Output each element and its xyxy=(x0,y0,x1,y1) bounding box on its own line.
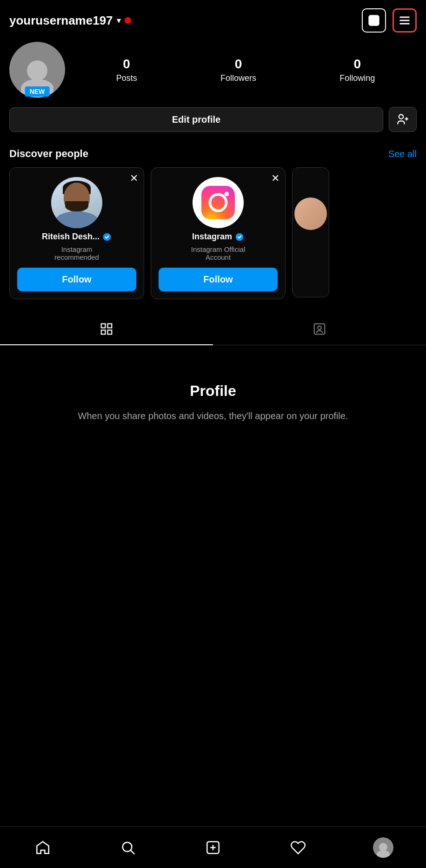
people-cards-row: ✕ Riteish Desh... Instagram recommended … xyxy=(0,167,426,313)
discover-header: Discover people See all xyxy=(0,143,426,167)
posts-count: 0 xyxy=(123,57,130,72)
posts-label: Posts xyxy=(116,73,137,83)
person-card-partial xyxy=(292,167,329,297)
following-label: Following xyxy=(339,73,375,83)
nav-avatar-body xyxy=(377,850,390,858)
profile-section: NEW 0 Posts 0 Followers 0 Following xyxy=(0,37,426,107)
riteish-suit xyxy=(56,211,98,228)
top-header: yourusername197 ▾ xyxy=(0,0,426,37)
svg-rect-16 xyxy=(101,330,106,335)
riteish-name: Riteish Desh... xyxy=(42,232,100,242)
svg-rect-18 xyxy=(314,324,325,335)
following-stat[interactable]: 0 Following xyxy=(339,57,375,83)
instagram-logo-icon xyxy=(200,184,237,221)
follow-riteish-button[interactable]: Follow xyxy=(17,268,136,291)
avatar-head xyxy=(27,60,47,81)
new-badge: NEW xyxy=(25,86,50,97)
instagram-sub: Instagram Official Account xyxy=(191,245,245,261)
stats-row: 0 Posts 0 Followers 0 Following xyxy=(74,57,417,83)
followers-stat[interactable]: 0 Followers xyxy=(220,57,256,83)
followers-label: Followers xyxy=(220,73,256,83)
nav-search[interactable] xyxy=(109,834,146,861)
svg-rect-14 xyxy=(101,324,106,328)
svg-rect-10 xyxy=(201,186,235,219)
username-area: yourusername197 ▾ xyxy=(9,13,131,28)
tabs-row xyxy=(0,313,426,345)
nav-profile[interactable] xyxy=(365,834,402,861)
menu-button[interactable] xyxy=(393,8,417,33)
discover-title: Discover people xyxy=(9,148,88,160)
instagram-avatar xyxy=(193,177,244,228)
grid-icon xyxy=(100,322,113,336)
person-tag-icon xyxy=(313,322,326,336)
svg-point-19 xyxy=(318,326,321,330)
nav-create[interactable] xyxy=(194,834,232,861)
svg-rect-15 xyxy=(108,324,112,328)
partial-avatar xyxy=(294,197,327,230)
svg-point-12 xyxy=(225,192,229,197)
chevron-down-icon[interactable]: ▾ xyxy=(117,15,121,26)
svg-point-6 xyxy=(399,115,403,119)
username: yourusername197 xyxy=(9,13,113,28)
close-card-riteish[interactable]: ✕ xyxy=(130,173,138,184)
profile-empty-title: Profile xyxy=(190,382,236,400)
tab-tagged[interactable] xyxy=(213,314,426,345)
person-card-instagram: ✕ Instagram xyxy=(151,167,286,299)
home-icon xyxy=(35,840,51,855)
header-icons xyxy=(362,8,417,33)
close-card-instagram[interactable]: ✕ xyxy=(271,173,280,184)
add-post-button[interactable] xyxy=(362,8,386,33)
svg-rect-17 xyxy=(108,330,112,335)
instagram-name: Instagram xyxy=(192,232,232,242)
search-icon xyxy=(120,840,136,855)
svg-point-20 xyxy=(122,842,132,851)
profile-empty-state: Profile When you share photos and videos… xyxy=(0,345,426,441)
posts-stat[interactable]: 0 Posts xyxy=(116,57,137,83)
edit-row: Edit profile xyxy=(0,107,426,143)
nav-profile-avatar xyxy=(373,837,393,858)
bottom-nav xyxy=(0,826,426,868)
following-count: 0 xyxy=(354,57,361,72)
create-icon xyxy=(205,840,221,855)
svg-line-21 xyxy=(131,850,134,854)
edit-profile-button[interactable]: Edit profile xyxy=(9,107,383,132)
follow-instagram-button[interactable]: Follow xyxy=(159,268,278,291)
see-all-button[interactable]: See all xyxy=(388,149,417,159)
heart-icon xyxy=(290,840,306,855)
person-card-riteish: ✕ Riteish Desh... Instagram recommended … xyxy=(9,167,144,299)
followers-count: 0 xyxy=(235,57,242,72)
riteish-name-row: Riteish Desh... xyxy=(42,232,112,242)
nav-activity[interactable] xyxy=(280,834,317,861)
profile-empty-subtitle: When you share photos and videos, they'l… xyxy=(78,409,348,423)
avatar-container[interactable]: NEW xyxy=(9,42,65,98)
nav-home[interactable] xyxy=(24,834,61,861)
tab-grid[interactable] xyxy=(0,314,213,345)
riteish-beard xyxy=(65,201,88,211)
riteish-verified-icon xyxy=(102,232,112,242)
notification-dot xyxy=(125,17,131,24)
nav-avatar-head xyxy=(379,843,387,851)
riteish-avatar xyxy=(51,177,102,228)
add-person-button[interactable] xyxy=(389,107,417,132)
instagram-verified-icon xyxy=(235,232,244,242)
riteish-sub: Instagram recommended xyxy=(54,245,99,261)
instagram-name-row: Instagram xyxy=(192,232,244,242)
